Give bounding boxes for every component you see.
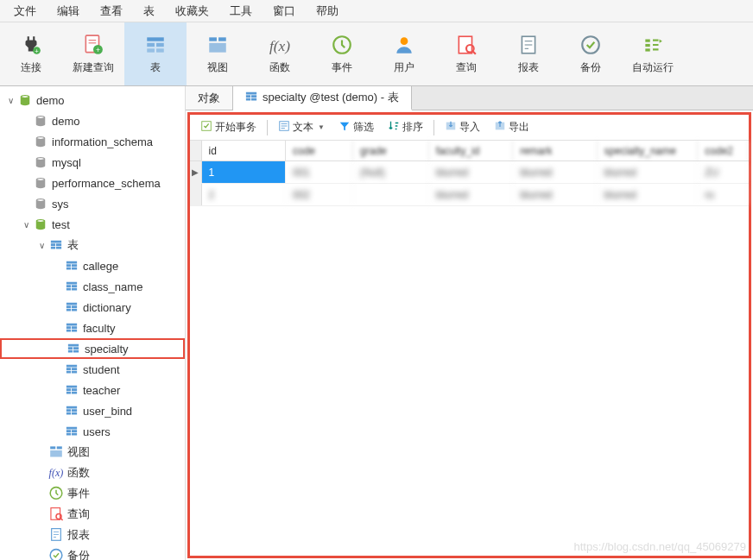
menu-窗口[interactable]: 窗口: [263, 1, 306, 22]
table-icon: [64, 424, 79, 439]
cell[interactable]: blurred: [513, 184, 597, 205]
toolbar-事件[interactable]: 事件: [311, 22, 373, 85]
tree-table-teacher[interactable]: teacher: [0, 380, 185, 400]
svg-rect-12: [209, 37, 217, 41]
col-header-grade[interactable]: grade: [353, 141, 429, 160]
cell[interactable]: 2: [202, 184, 286, 205]
tab-对象[interactable]: 对象: [186, 86, 233, 110]
cell[interactable]: (Null): [353, 161, 429, 183]
menu-收藏夹[interactable]: 收藏夹: [165, 1, 219, 22]
tree-folder-函数[interactable]: f(x)函数: [0, 462, 185, 483]
clock-icon: [330, 33, 354, 57]
toolbar-用户[interactable]: 用户: [373, 22, 435, 85]
datatool-开始事务[interactable]: 开始事务: [195, 118, 262, 136]
cell[interactable]: ro: [698, 184, 749, 205]
col-header-code2[interactable]: code2: [698, 141, 749, 160]
tree-folder-查询[interactable]: 查询: [0, 504, 185, 525]
tree-table-student[interactable]: student: [0, 359, 185, 380]
col-header-code[interactable]: code: [286, 141, 353, 160]
tree-table-class_name[interactable]: class_name: [0, 276, 185, 297]
cell[interactable]: blurred: [513, 161, 597, 183]
toolbar-视图[interactable]: 视图: [187, 22, 249, 85]
toolbar-新建查询[interactable]: +新建查询: [62, 22, 124, 85]
tree-folder-视图[interactable]: 视图: [0, 442, 185, 462]
tree-db-demo[interactable]: demo: [0, 110, 185, 131]
svg-rect-7: [147, 37, 164, 41]
tree-table-user_bind[interactable]: user_bind: [0, 400, 185, 421]
cell[interactable]: 1: [202, 161, 286, 183]
menu-帮助[interactable]: 帮助: [306, 1, 349, 22]
clock-icon: [48, 486, 64, 501]
menu-表[interactable]: 表: [133, 1, 165, 22]
content-area: 对象specialty @test (demo) - 表 开始事务文本▼筛选排序…: [186, 86, 753, 560]
svg-line-36: [60, 518, 62, 519]
col-header-faculty_id[interactable]: faculty_id: [429, 141, 513, 160]
datatool-筛选[interactable]: 筛选: [333, 118, 379, 136]
tree-connection-demo[interactable]: ∨demo: [0, 90, 185, 110]
dropdown-icon: ▼: [318, 123, 325, 131]
toolbar-备份[interactable]: 备份: [560, 22, 622, 85]
menu-查看[interactable]: 查看: [90, 1, 133, 22]
svg-rect-31: [50, 450, 62, 456]
table-icon: [64, 320, 79, 336]
tree-tables-folder[interactable]: ∨表: [0, 235, 185, 255]
tab-specialt[interactable]: specialty @test (demo) - 表: [233, 86, 412, 110]
datatool-导出[interactable]: 导出: [489, 118, 535, 136]
datatool-文本[interactable]: 文本▼: [273, 118, 330, 136]
database-tree: ∨demodemoinformation_schemamysqlperforma…: [0, 86, 186, 560]
database-icon: [33, 196, 48, 211]
svg-rect-11: [156, 48, 164, 52]
cell[interactable]: 002: [286, 184, 353, 205]
col-header-id[interactable]: id: [202, 141, 286, 160]
cell[interactable]: blurred: [598, 184, 699, 205]
table-row[interactable]: ▶1001(Null)blurredblurredblurredZU: [190, 161, 749, 184]
cell[interactable]: blurred: [429, 161, 513, 183]
toolbar-连接[interactable]: +连接: [0, 22, 62, 85]
expand-toggle-icon[interactable]: ∨: [19, 220, 33, 230]
menu-编辑[interactable]: 编辑: [47, 1, 90, 22]
table-row[interactable]: 2002blurredblurredblurredro: [190, 184, 749, 206]
svg-rect-13: [218, 37, 226, 41]
tree-db-performance_schema[interactable]: performance_schema: [0, 173, 185, 193]
datatool-导入[interactable]: 导入: [440, 118, 485, 136]
data-grid-area: 开始事务文本▼筛选排序导入导出 idcodegradefaculty_idrem…: [187, 112, 751, 558]
view-icon: [206, 33, 230, 57]
cell[interactable]: 001: [286, 161, 353, 183]
tree-table-specialty[interactable]: specialty: [0, 338, 185, 359]
plug-icon: +: [19, 33, 43, 57]
tree-db-test[interactable]: ∨test: [0, 214, 185, 235]
col-header-remark[interactable]: remark: [513, 141, 597, 160]
table-icon: [64, 403, 79, 418]
toolbar-查询[interactable]: 查询: [435, 22, 497, 85]
expand-toggle-icon[interactable]: ∨: [3, 96, 17, 105]
menu-工具[interactable]: 工具: [219, 1, 263, 22]
database-icon: [33, 217, 48, 232]
tree-db-mysql[interactable]: mysql: [0, 152, 185, 173]
auto-icon: [641, 33, 665, 57]
toolbar-自动运行[interactable]: 自动运行: [622, 22, 684, 85]
cell[interactable]: blurred: [598, 161, 699, 183]
col-header-specialty_name[interactable]: specialty_name: [598, 141, 699, 160]
datatool-排序[interactable]: 排序: [383, 118, 428, 136]
tree-table-callege[interactable]: callege: [0, 255, 185, 276]
toolbar-表[interactable]: 表: [124, 22, 187, 85]
tree-folder-报表[interactable]: 报表: [0, 525, 185, 545]
tree-db-information_schema[interactable]: information_schema: [0, 131, 185, 152]
user-icon: [392, 33, 416, 57]
tree-table-dictionary[interactable]: dictionary: [0, 297, 185, 318]
menu-文件[interactable]: 文件: [3, 1, 47, 22]
menubar: 文件编辑查看表收藏夹工具窗口帮助: [0, 0, 753, 22]
tree-table-faculty[interactable]: faculty: [0, 318, 185, 338]
tree-folder-备份[interactable]: 备份: [0, 545, 185, 560]
svg-rect-28: [645, 48, 649, 51]
cell[interactable]: blurred: [429, 184, 513, 205]
toolbar-函数[interactable]: f(x)函数: [249, 22, 311, 85]
tree-folder-事件[interactable]: 事件: [0, 483, 185, 504]
cell[interactable]: ZU: [698, 161, 749, 183]
cell[interactable]: [353, 184, 429, 205]
main-area: ∨demodemoinformation_schemamysqlperforma…: [0, 86, 753, 560]
tree-db-sys[interactable]: sys: [0, 193, 185, 214]
expand-toggle-icon[interactable]: ∨: [35, 241, 48, 250]
tree-table-users[interactable]: users: [0, 421, 185, 442]
toolbar-报表[interactable]: 报表: [497, 22, 560, 85]
